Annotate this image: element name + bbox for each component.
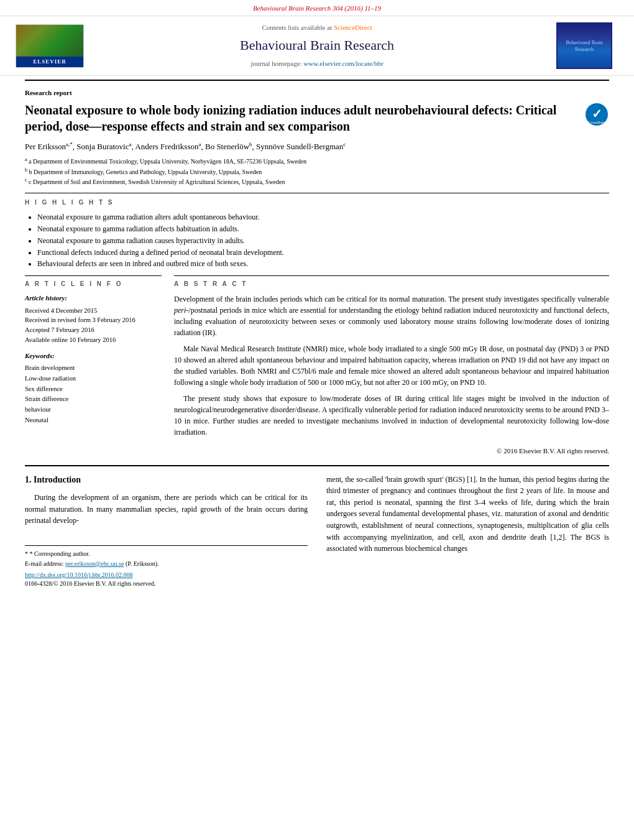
footnote-area: * * Corresponding author. E-mail address… — [25, 545, 308, 588]
brain-journal-logo: Behavioural Brain Research — [547, 22, 622, 69]
authors-line: Per Erikssona,*, Sonja Buratovica, Ander… — [25, 141, 609, 153]
intro-body: During the development of an organism, t… — [25, 492, 308, 527]
highlight-item: Functional defects induced during a defi… — [37, 247, 609, 258]
info-abstract-section: A R T I C L E I N F O Article history: R… — [25, 275, 609, 456]
journal-header-center: Contents lists available at ScienceDirec… — [87, 23, 547, 69]
divider-2 — [25, 465, 609, 466]
affiliation-a: a a Department of Environmental Toxicolo… — [25, 156, 609, 166]
introduction-col: 1. Introduction During the development o… — [25, 474, 308, 589]
elsevier-logo-container: ELSEVIER — [12, 24, 87, 68]
second-col-text: ment, the so-called 'brain growth spurt'… — [326, 474, 609, 555]
intro-heading: 1. Introduction — [25, 474, 308, 486]
email-label: E-mail address: — [25, 560, 65, 567]
intro-title: Introduction — [34, 475, 81, 484]
homepage-link[interactable]: www.elsevier.com/locate/bbr — [303, 60, 383, 67]
author-bo: Bo Stenerlöw — [205, 142, 249, 151]
second-col: ment, the so-called 'brain growth spurt'… — [326, 474, 609, 589]
intro-number: 1. — [25, 475, 32, 484]
journal-header: ELSEVIER Contents lists available at Sci… — [0, 16, 634, 76]
abstract-para-3: The present study shows that exposure to… — [174, 393, 609, 438]
affiliations: a a Department of Environmental Toxicolo… — [25, 156, 609, 187]
brain-journal-image: Behavioural Brain Research — [556, 22, 612, 69]
crossmark-icon[interactable]: ✓ CrossMark — [584, 102, 609, 127]
doi-link[interactable]: http://dx.doi.org/10.1016/j.bbr.2016.02.… — [25, 571, 132, 578]
article-info-header: A R T I C L E I N F O — [25, 275, 162, 288]
journal-ref-text: Behavioural Brain Research 304 (2016) 11… — [253, 4, 381, 12]
highlights-section: H I G H L I G H T S Neonatal exposure to… — [25, 198, 609, 269]
science-direct-link[interactable]: ScienceDirect — [334, 24, 372, 31]
abstract-para-1: Development of the brain includes period… — [174, 293, 609, 338]
article-info-col: A R T I C L E I N F O Article history: R… — [25, 275, 162, 456]
keyword-6: Neonatal — [25, 415, 162, 426]
corresponding-note: * * Corresponding author. — [25, 550, 308, 558]
highlights-list: Neonatal exposure to gamma radiation alt… — [25, 212, 609, 269]
keyword-1: Brain development — [25, 363, 162, 374]
corresponding-text: * Corresponding author. — [30, 550, 90, 557]
keywords-label: Keywords: — [25, 351, 162, 361]
author-sonja: Sonja Buratovic — [76, 142, 129, 151]
email-name: (P. Eriksson). — [126, 560, 159, 567]
keyword-4: Strain difference — [25, 394, 162, 405]
history-label: Article history: — [25, 293, 162, 303]
revised-date: Received in revised form 3 February 2016 — [25, 315, 162, 325]
elsevier-text: ELSEVIER — [16, 57, 83, 67]
issn-line: 0166-4328/© 2016 Elsevier B.V. All right… — [25, 579, 308, 588]
report-type-label: Research report — [25, 80, 609, 101]
doi-line: http://dx.doi.org/10.1016/j.bbr.2016.02.… — [25, 571, 308, 579]
available-date: Available online 10 February 2016 — [25, 335, 162, 345]
highlights-header: H I G H L I G H T S — [25, 198, 609, 207]
highlight-item: Neonatal exposure to gamma radiation cau… — [37, 236, 609, 246]
accepted-date: Accepted 7 February 2016 — [25, 325, 162, 335]
article-title: Neonatal exposure to whole body ionizing… — [25, 102, 572, 134]
main-content: Research report Neonatal exposure to who… — [0, 80, 634, 589]
bottom-content: 1. Introduction During the development o… — [25, 474, 609, 589]
svg-text:CrossMark: CrossMark — [589, 121, 605, 124]
article-title-section: Neonatal exposure to whole body ionizing… — [25, 102, 609, 134]
keyword-3: Sex difference — [25, 384, 162, 395]
abstract-text: Development of the brain includes period… — [174, 293, 609, 438]
keyword-5: behaviour — [25, 405, 162, 415]
journal-homepage: journal homepage: www.elsevier.com/locat… — [99, 59, 535, 68]
keyword-2: Low-dose radiation — [25, 374, 162, 384]
highlight-item: Neonatal exposure to gamma radiation alt… — [37, 212, 609, 223]
elsevier-logo-image: ELSEVIER — [16, 24, 84, 68]
abstract-col: A B S T R A C T Development of the brain… — [174, 275, 609, 456]
divider-1 — [25, 193, 609, 193]
email-link[interactable]: per.eriksson@ebc.uu.se — [65, 560, 124, 567]
affiliation-c: c c Department of Soil and Environment, … — [25, 177, 609, 187]
author-synnove: Synnöve Sundell-Bergman — [256, 142, 343, 151]
abstract-para-2: Male Naval Medical Research Institute (N… — [174, 343, 609, 388]
asterisk-note: * — [25, 550, 30, 557]
journal-reference-bar: Behavioural Brain Research 304 (2016) 11… — [0, 0, 634, 16]
highlight-item: Neonatal exposure to gamma radiation aff… — [37, 224, 609, 234]
received-date: Received 4 December 2015 — [25, 306, 162, 316]
science-direct-info: Contents lists available at ScienceDirec… — [99, 23, 535, 32]
copyright-line: © 2016 Elsevier B.V. All rights reserved… — [174, 444, 609, 456]
svg-text:✓: ✓ — [592, 107, 602, 121]
affiliation-b: b b Department of Immunology, Genetics a… — [25, 167, 609, 177]
highlight-item: Behavioural defects are seen in inbred a… — [37, 259, 609, 269]
author-anders: Anders Fredriksson — [135, 142, 198, 151]
journal-title: Behavioural Brain Research — [99, 36, 535, 55]
intro-para: During the development of an organism, t… — [25, 492, 308, 527]
author-per: Per Eriksson — [25, 142, 66, 151]
abstract-header: A B S T R A C T — [174, 275, 609, 288]
email-note: E-mail address: per.eriksson@ebc.uu.se (… — [25, 560, 308, 568]
brain-journal-label: Behavioural Brain Research — [560, 39, 609, 53]
right-col-para: ment, the so-called 'brain growth spurt'… — [326, 474, 609, 555]
